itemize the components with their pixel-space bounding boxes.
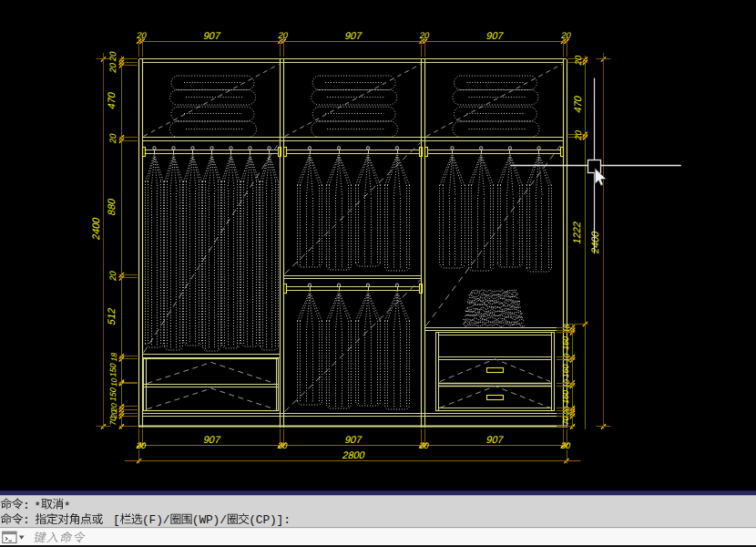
svg-text:907: 907 (485, 30, 505, 41)
svg-text:150: 150 (108, 387, 117, 402)
svg-text::: : (23, 513, 30, 527)
svg-text:/: / (220, 513, 227, 527)
svg-text:512: 512 (106, 306, 117, 325)
svg-text:907: 907 (202, 434, 221, 445)
svg-text:[: [ (113, 513, 120, 527)
svg-text:*: * (64, 500, 71, 513)
svg-text:/: / (163, 513, 170, 527)
svg-text:2800: 2800 (342, 449, 366, 460)
svg-text:160: 160 (561, 335, 570, 351)
svg-text:470: 470 (106, 91, 117, 110)
svg-text:150: 150 (108, 362, 117, 377)
svg-text:2400: 2400 (589, 230, 600, 254)
svg-text:2400: 2400 (90, 216, 101, 241)
svg-text:907: 907 (202, 30, 221, 41)
svg-text:160: 160 (561, 363, 570, 378)
svg-text:160: 160 (561, 389, 570, 405)
svg-text::: : (23, 499, 30, 512)
svg-text:880: 880 (106, 197, 117, 216)
svg-text::: : (283, 513, 291, 527)
svg-text:1222: 1222 (571, 221, 582, 245)
svg-text:907: 907 (343, 434, 363, 445)
svg-text:470: 470 (572, 95, 583, 114)
svg-text:907: 907 (343, 30, 363, 41)
svg-text:*: * (34, 500, 41, 513)
svg-text:907: 907 (485, 434, 505, 445)
